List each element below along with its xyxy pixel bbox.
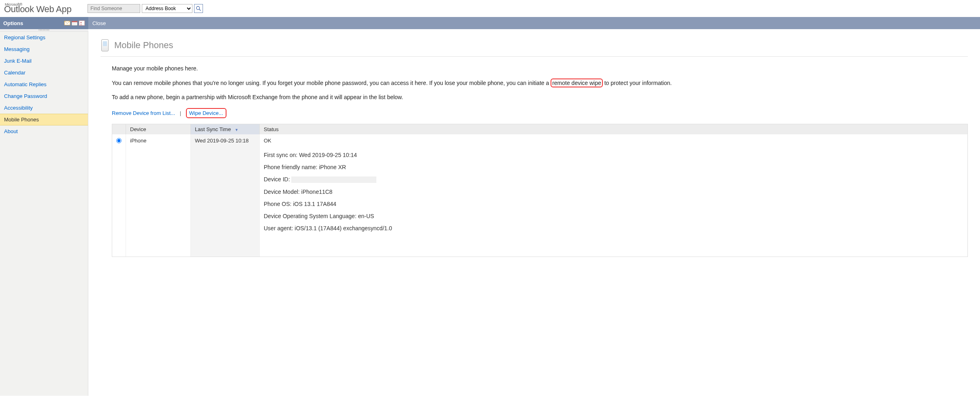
sidebar-item-messaging[interactable]: Messaging <box>0 43 88 55</box>
devices-table: Device Last Sync Time ▼ Status iPhone <box>112 124 968 257</box>
sort-desc-icon: ▼ <box>235 128 239 132</box>
table-row[interactable]: iPhone Wed 2019-09-25 10:18 OK First syn… <box>112 134 967 240</box>
mobile-phone-icon <box>101 39 109 51</box>
address-book-select[interactable]: Address Book <box>142 4 192 13</box>
device-details: First sync on: Wed 2019-09-25 10:14 Phon… <box>264 152 963 231</box>
svg-line-1 <box>199 9 201 11</box>
intro-text: Manage your mobile phones here. You can … <box>100 65 968 102</box>
main-header: Close <box>88 17 980 29</box>
sidebar-title: Options <box>3 20 23 26</box>
sidebar-item-calendar[interactable]: Calendar <box>0 67 88 79</box>
contacts-icon[interactable] <box>79 20 85 26</box>
calendar-icon[interactable] <box>71 20 78 26</box>
wipe-device-link[interactable]: Wipe Device... <box>189 110 223 116</box>
page-title: Mobile Phones <box>114 40 173 51</box>
logo-app: Outlook Web App <box>4 4 71 14</box>
intro-line-1: Manage your mobile phones here. <box>100 65 968 73</box>
top-bar: Microsoft® Outlook Web App Address Book <box>0 0 980 17</box>
col-status[interactable]: Status <box>260 124 968 134</box>
find-someone-input[interactable] <box>88 4 140 13</box>
sidebar-item-junk-e-mail[interactable]: Junk E-Mail <box>0 55 88 67</box>
cell-status: OK First sync on: Wed 2019-09-25 10:14 P… <box>260 134 968 240</box>
col-last-sync[interactable]: Last Sync Time ▼ <box>191 124 260 134</box>
sidebar-item-automatic-replies[interactable]: Automatic Replies <box>0 79 88 90</box>
mail-icon[interactable] <box>64 20 70 26</box>
sidebar-item-regional-settings[interactable]: Regional Settings <box>0 32 88 43</box>
cell-last-sync: Wed 2019-09-25 10:18 <box>191 134 260 240</box>
main: Close Mobile Phones Manage your mobile p… <box>88 17 980 396</box>
sidebar-item-about[interactable]: About <box>0 125 88 137</box>
svg-rect-4 <box>72 21 77 22</box>
table-spacer <box>112 240 967 257</box>
row-select-radio[interactable] <box>116 138 122 143</box>
search-icon <box>196 6 201 11</box>
intro-line-3: To add a new phone, begin a partnership … <box>100 93 968 102</box>
sidebar-item-change-password[interactable]: Change Password <box>0 90 88 102</box>
highlight-remote-wipe: remote device wipe <box>551 79 603 87</box>
highlight-wipe-device: Wipe Device... <box>186 108 226 118</box>
sidebar-item-mobile-phones[interactable]: Mobile Phones <box>0 114 88 125</box>
cell-device: iPhone <box>126 134 191 240</box>
remove-device-link[interactable]: Remove Device from List... <box>112 110 175 116</box>
close-link[interactable]: Close <box>92 20 106 26</box>
sidebar-header-icons <box>64 20 85 26</box>
page-title-row: Mobile Phones <box>100 39 968 57</box>
logo: Microsoft® Outlook Web App <box>4 2 71 15</box>
status-value: OK <box>264 138 963 144</box>
svg-point-0 <box>196 6 200 10</box>
action-row: Remove Device from List... | Wipe Device… <box>100 108 968 118</box>
col-device[interactable]: Device <box>126 124 191 134</box>
action-separator: | <box>180 110 181 116</box>
search-button[interactable] <box>194 4 203 13</box>
svg-point-9 <box>80 22 82 23</box>
sidebar-item-accessibility[interactable]: Accessibility <box>0 102 88 114</box>
intro-line-2: You can remove mobile phones that you're… <box>100 79 968 87</box>
device-id-masked <box>291 176 376 183</box>
col-select <box>112 124 126 134</box>
sidebar-header: Options <box>0 17 88 29</box>
sidebar: Options •••••••• Regional SettingsMessag… <box>0 17 88 396</box>
